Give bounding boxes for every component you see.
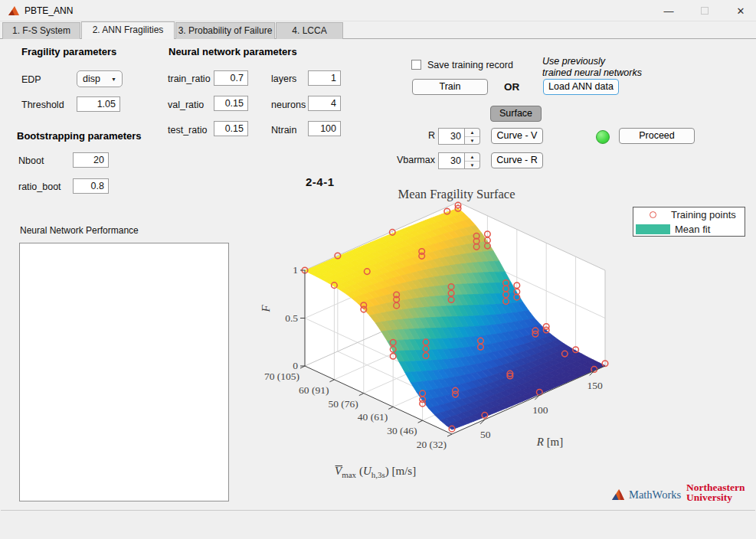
minimize-button[interactable]: —: [656, 0, 682, 21]
nn-parameters-heading: Neural network parameters: [169, 46, 297, 57]
svg-text:60 (91): 60 (91): [299, 384, 329, 396]
ntrain-label: Ntrain: [271, 125, 296, 136]
northeastern-logo: Northeastern University: [686, 482, 745, 502]
svg-text:50: 50: [480, 429, 491, 440]
svg-text:40 (61): 40 (61): [358, 411, 388, 423]
val-ratio-label: val_ratio: [168, 100, 204, 110]
svg-text:150: 150: [587, 380, 604, 391]
svg-text:50 (76): 50 (76): [328, 398, 358, 410]
legend-training-points-label: Training points: [671, 209, 736, 220]
window-bottom-strip: [0, 511, 756, 539]
vbarmax-spinner[interactable]: 30 ▲▼: [438, 152, 480, 169]
fragility-parameters-heading: Fragility parameters: [21, 46, 116, 57]
use-previously-note: Use previously trained neural networks: [542, 56, 642, 79]
svg-text:Mean Fragility Surface: Mean Fragility Surface: [398, 187, 515, 201]
edp-dropdown[interactable]: disp ▼: [77, 70, 123, 87]
spinner-up-icon[interactable]: ▲: [465, 129, 479, 137]
test-ratio-label: test_ratio: [168, 125, 207, 136]
nboot-field[interactable]: 20: [73, 152, 109, 168]
svg-text:1: 1: [293, 264, 298, 276]
r-spinner-arrows[interactable]: ▲▼: [465, 128, 480, 145]
svg-text:100: 100: [532, 404, 548, 416]
bootstrapping-parameters-heading: Bootstrapping parameters: [17, 130, 142, 142]
edp-label: EDP: [21, 74, 41, 85]
training-points-marker-icon: [650, 211, 656, 218]
spinner-down-icon[interactable]: ▼: [465, 137, 479, 145]
title-bar: PBTE_ANN — ✕: [0, 0, 756, 21]
svg-text:R [m]: R [m]: [536, 436, 564, 448]
svg-text:70 (105): 70 (105): [264, 371, 299, 382]
layers-field[interactable]: 1: [308, 70, 341, 86]
r-spinner-label: R: [406, 130, 435, 141]
mathworks-wordmark: MathWorks: [629, 488, 681, 501]
train-ratio-label: train_ratio: [168, 74, 211, 84]
neurons-label: neurons: [271, 100, 306, 110]
tab-fs-system[interactable]: 1. F-S System: [2, 22, 80, 39]
curve-r-button[interactable]: Curve - R: [491, 152, 543, 168]
svg-text:Vmax (Uh,3s) [m/s]: Vmax (Uh,3s) [m/s]: [335, 465, 416, 479]
surface-toggle-button[interactable]: Surface: [490, 106, 542, 122]
load-ann-data-button[interactable]: Load ANN data: [543, 79, 619, 95]
proceed-button[interactable]: Proceed: [619, 128, 695, 144]
mathworks-membrane-icon: [611, 488, 627, 501]
spinner-down-icon[interactable]: ▼: [465, 162, 479, 169]
nboot-label: Nboot: [18, 155, 44, 166]
save-training-record-label: Save training record: [427, 60, 513, 70]
svg-text:0.5: 0.5: [285, 312, 298, 324]
window-title: PBTE_ANN: [25, 5, 73, 16]
curve-v-button[interactable]: Curve - V: [491, 128, 543, 144]
legend-mean-fit-label: Mean fit: [675, 224, 710, 235]
chevron-down-icon: ▼: [111, 77, 116, 82]
train-button[interactable]: Train: [412, 79, 488, 95]
r-spinner[interactable]: 30 ▲▼: [438, 128, 480, 145]
svg-text:30 (46): 30 (46): [387, 425, 417, 436]
ntrain-field[interactable]: 100: [308, 121, 341, 136]
threshold-label: Threshold: [21, 100, 64, 110]
val-ratio-field[interactable]: 0.15: [214, 96, 248, 111]
ratio-boot-field[interactable]: 0.8: [73, 178, 109, 194]
svg-text:0: 0: [293, 360, 298, 371]
svg-text:20 (32): 20 (32): [417, 439, 447, 450]
plot-legend: Training points Mean fit: [633, 207, 745, 237]
vbarmax-spinner-arrows[interactable]: ▲▼: [465, 152, 480, 169]
r-spinner-value[interactable]: 30: [438, 128, 465, 145]
layers-label: layers: [271, 74, 296, 84]
train-ratio-field[interactable]: 0.7: [214, 70, 248, 86]
edp-selected-value: disp: [83, 74, 100, 84]
mean-fit-swatch-icon: [636, 224, 670, 234]
or-label: OR: [504, 81, 519, 93]
maximize-button[interactable]: [692, 0, 718, 21]
tab-lcca[interactable]: 4. LCCA: [276, 22, 343, 39]
save-training-record-checkbox[interactable]: [411, 60, 421, 70]
neurons-field[interactable]: 4: [308, 96, 341, 111]
status-lamp: [596, 130, 610, 144]
nn-performance-listbox[interactable]: [19, 243, 229, 501]
tab-bar: 1. F-S System 2. ANN Fragilities 3. Prob…: [0, 21, 756, 39]
vbarmax-spinner-value[interactable]: 30: [438, 152, 465, 169]
threshold-field[interactable]: 1.05: [77, 96, 120, 112]
matlab-app-icon: [8, 5, 21, 17]
ratio-boot-label: ratio_boot: [18, 181, 61, 192]
nn-performance-label: Neural Network Performance: [20, 225, 139, 236]
mathworks-logo: MathWorks: [611, 488, 681, 501]
vbarmax-spinner-label: Vbarmax: [391, 155, 435, 165]
spinner-up-icon[interactable]: ▲: [465, 153, 479, 162]
maximize-icon: [701, 7, 709, 15]
tab-probability-of-failure[interactable]: 3. Probability of Failure: [175, 22, 275, 39]
tab-ann-fragilities[interactable]: 2. ANN Fragilities: [81, 21, 175, 39]
svg-text:F: F: [260, 305, 272, 313]
close-button[interactable]: ✕: [728, 0, 754, 21]
test-ratio-field[interactable]: 0.15: [214, 121, 248, 136]
